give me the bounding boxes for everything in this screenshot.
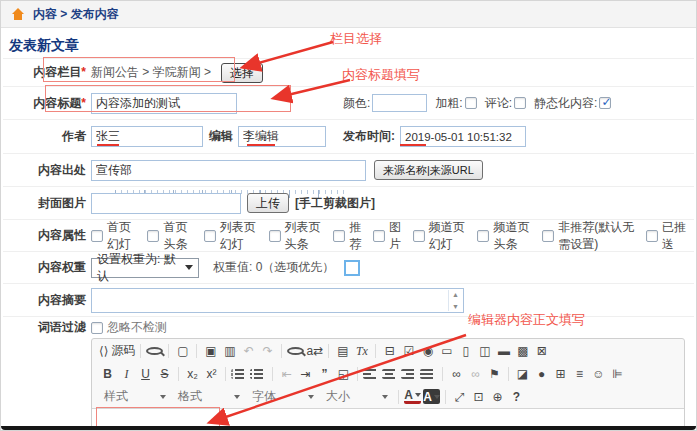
flash-icon[interactable]: ● — [533, 365, 550, 383]
editor-content-area[interactable] — [92, 408, 684, 428]
breadcrumb-bar: 内容 > 发布内容 — [1, 1, 696, 28]
upload-button[interactable]: 上传 — [247, 193, 289, 213]
checkbox-field-icon[interactable]: ☑ — [400, 342, 417, 360]
replace-icon[interactable]: a⇄ — [306, 342, 323, 360]
format-select[interactable]: 格式 — [178, 388, 240, 405]
attribute-checkbox[interactable] — [204, 230, 216, 242]
source-input[interactable] — [91, 160, 366, 181]
table-icon[interactable]: ⊞ — [552, 365, 569, 383]
summary-textarea[interactable]: ▲▼ — [91, 288, 464, 313]
link-icon[interactable]: ∞ — [448, 365, 465, 383]
weight-select[interactable]: 设置权重为: 默认 — [91, 258, 199, 278]
weight-label: 内容权重 — [3, 259, 91, 276]
select-field-icon[interactable]: ◫ — [476, 342, 493, 360]
div-container-icon[interactable]: ◱ — [335, 365, 352, 383]
undo-icon[interactable]: ↶ — [240, 342, 257, 360]
title-input[interactable] — [91, 93, 237, 114]
subscript-icon[interactable]: x₂ — [184, 365, 201, 383]
attribute-checkbox-label: 推荐 — [349, 219, 366, 253]
image-icon[interactable]: ◪ — [514, 365, 531, 383]
source-label: 内容出处 — [3, 162, 91, 179]
attribute-checkbox[interactable] — [413, 230, 425, 242]
bold-checkbox[interactable] — [465, 97, 477, 109]
italic-icon[interactable]: I — [118, 365, 135, 383]
align-justify-icon[interactable] — [420, 369, 437, 379]
selectall-icon[interactable]: ▤ — [334, 342, 351, 360]
button-field-icon[interactable]: ▬ — [495, 342, 512, 360]
static-content-checkbox[interactable] — [599, 97, 611, 109]
bold-label: 加粗: — [435, 95, 462, 112]
anchor-icon[interactable]: ⚑ — [486, 365, 503, 383]
hiddenfield-icon[interactable]: ⊠ — [533, 342, 550, 360]
show-blocks-icon[interactable]: ⊡ — [470, 388, 487, 406]
form-icon[interactable]: ⊟ — [381, 342, 398, 360]
title-color-input[interactable] — [372, 94, 427, 112]
comment-label: 评论: — [485, 95, 512, 112]
find-icon[interactable] — [287, 347, 304, 355]
blockquote-icon[interactable]: ” — [316, 365, 333, 383]
scrollbar[interactable]: ▲▼ — [448, 290, 462, 311]
select-category-button[interactable]: 选择 — [221, 63, 263, 83]
indent-icon[interactable]: ⇥ — [297, 365, 314, 383]
radio-field-icon[interactable]: ◉ — [419, 342, 436, 360]
textfield-icon[interactable]: ▭ — [438, 342, 455, 360]
paste-word-icon[interactable]: ▥ — [221, 342, 238, 360]
unlink-icon[interactable]: ∞ — [467, 365, 484, 383]
attribute-checkbox[interactable] — [373, 230, 385, 242]
pagebreak-icon[interactable]: ⊫ — [609, 365, 626, 383]
attribute-checkbox-label: 首页头条 — [163, 219, 196, 253]
outdent-icon[interactable]: ⇤ — [278, 365, 295, 383]
cover-input[interactable] — [91, 193, 241, 214]
toolbar-separator — [508, 367, 509, 381]
globe-icon[interactable]: ⊕ — [489, 388, 506, 406]
static-label: 静态化内容: — [534, 95, 597, 112]
attribute-checkbox[interactable] — [477, 230, 489, 242]
paste-text-icon[interactable]: ▣ — [202, 342, 219, 360]
attribute-checkbox[interactable] — [269, 230, 281, 242]
home-icon[interactable] — [11, 8, 25, 20]
source-button[interactable]: ⟨⟩源码 — [99, 342, 135, 360]
superscript-icon[interactable]: x² — [203, 365, 220, 383]
attribute-checkbox[interactable] — [646, 230, 658, 242]
attribute-checkbox[interactable] — [542, 230, 554, 242]
bold-icon[interactable]: B — [99, 365, 116, 383]
hr-icon[interactable]: ≡ — [571, 365, 588, 383]
align-left-icon[interactable] — [363, 369, 380, 379]
cover-row: 封面图片 上传 [手工剪裁图片] — [3, 186, 694, 219]
manual-crop-hint[interactable]: [手工剪裁图片] — [295, 195, 375, 212]
comment-checkbox[interactable] — [514, 97, 526, 109]
editor-toolbar: ⟨⟩源码▢▣▥↶↷a⇄▤Tx⊟☑◉▭▯◫▬▩⊠BIUSx₂x²⇤⇥”◱∞∞⚑◪●… — [92, 339, 684, 408]
smiley-icon[interactable]: ☺ — [590, 365, 607, 383]
size-select[interactable]: 大小 — [326, 388, 388, 405]
imagebutton-field-icon[interactable]: ▩ — [514, 342, 531, 360]
title-label: 内容标题* — [3, 95, 91, 112]
ignore-check-checkbox[interactable] — [91, 322, 103, 334]
attribute-checkbox-label: 列表页幻灯 — [220, 219, 262, 253]
toolbar-separator — [442, 367, 443, 381]
bg-color-icon[interactable]: A — [423, 389, 440, 404]
attribute-checkbox-label: 图片 — [389, 219, 406, 253]
text-color-icon[interactable]: A — [404, 390, 421, 404]
bulleted-list-icon[interactable] — [250, 369, 267, 379]
align-center-icon[interactable] — [382, 369, 399, 379]
attribute-checkbox[interactable] — [91, 230, 103, 242]
newpage-icon[interactable]: ▢ — [174, 342, 191, 360]
redo-icon[interactable]: ↷ — [259, 342, 276, 360]
source-name-url-button[interactable]: 来源名称|来源URL — [374, 160, 483, 180]
style-select[interactable]: 样式 — [104, 388, 166, 405]
align-right-icon[interactable] — [401, 369, 418, 379]
removeformat-icon[interactable]: Tx — [353, 342, 370, 360]
help-icon[interactable]: ? — [508, 388, 525, 406]
color-label: 颜色: — [343, 95, 370, 112]
preview-icon[interactable] — [146, 347, 163, 355]
attribute-checkbox[interactable] — [147, 230, 159, 242]
weight-value-input[interactable] — [344, 260, 360, 276]
textarea-field-icon[interactable]: ▯ — [457, 342, 474, 360]
strike-icon[interactable]: S — [156, 365, 173, 383]
font-select[interactable]: 字体 — [252, 388, 314, 405]
attribute-checkbox[interactable] — [333, 230, 345, 242]
underline-icon[interactable]: U — [137, 365, 154, 383]
maximize-icon[interactable]: ⤢ — [451, 388, 468, 406]
toolbar-separator — [140, 344, 141, 358]
numbered-list-icon[interactable] — [231, 369, 248, 379]
